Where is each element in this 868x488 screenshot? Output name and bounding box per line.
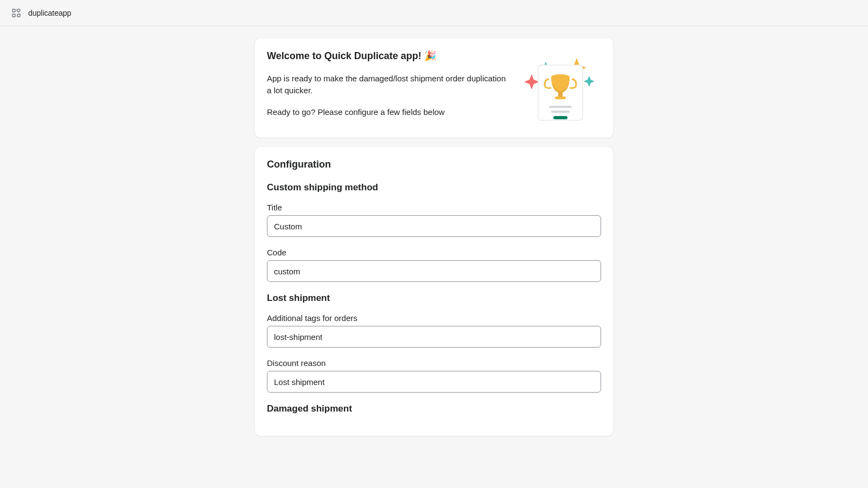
top-bar: duplicateapp (0, 0, 868, 26)
svg-rect-2 (17, 14, 20, 17)
lost-tags-input[interactable] (267, 326, 601, 348)
page-content: Welcome to Quick Duplicate app! 🎉 App is… (0, 26, 868, 436)
code-label: Code (267, 248, 601, 257)
svg-rect-6 (558, 92, 563, 97)
svg-rect-10 (553, 116, 567, 119)
trophy-illustration (520, 50, 601, 126)
svg-rect-1 (12, 14, 15, 17)
svg-rect-0 (12, 9, 15, 12)
svg-rect-8 (549, 106, 572, 108)
lost-discount-field-group: Discount reason (267, 358, 601, 393)
welcome-heading: Welcome to Quick Duplicate app! 🎉 (267, 50, 507, 62)
damaged-shipment-heading: Damaged shipment (267, 403, 601, 414)
svg-rect-9 (551, 111, 570, 113)
lost-tags-label: Additional tags for orders (267, 313, 601, 323)
welcome-prompt-text: Ready to go? Please configure a few fiel… (267, 107, 507, 117)
configuration-card: Configuration Custom shipping method Tit… (255, 147, 613, 436)
lost-shipment-heading: Lost shipment (267, 293, 601, 304)
content-column: Welcome to Quick Duplicate app! 🎉 App is… (255, 38, 613, 436)
title-input[interactable] (267, 215, 601, 237)
svg-rect-7 (555, 97, 566, 99)
lost-tags-field-group: Additional tags for orders (267, 313, 601, 348)
custom-shipping-heading: Custom shipping method (267, 182, 601, 193)
welcome-text-block: Welcome to Quick Duplicate app! 🎉 App is… (267, 50, 507, 117)
config-heading: Configuration (267, 159, 601, 170)
app-blocks-icon (12, 9, 21, 17)
svg-rect-3 (16, 9, 20, 12)
welcome-card: Welcome to Quick Duplicate app! 🎉 App is… (255, 38, 613, 138)
lost-discount-input[interactable] (267, 371, 601, 393)
welcome-body-text: App is ready to make the damaged/lost sh… (267, 73, 507, 97)
title-label: Title (267, 203, 601, 212)
lost-discount-label: Discount reason (267, 358, 601, 368)
title-field-group: Title (267, 203, 601, 237)
code-field-group: Code (267, 248, 601, 282)
app-name: duplicateapp (28, 9, 71, 17)
code-input[interactable] (267, 260, 601, 282)
